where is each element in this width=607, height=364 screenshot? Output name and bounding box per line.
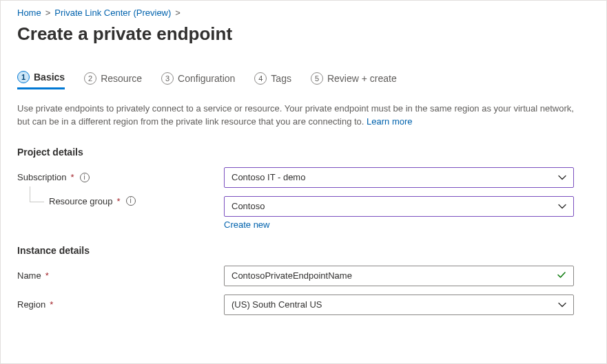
resource-group-select[interactable]: Contoso: [224, 196, 574, 217]
create-new-link[interactable]: Create new: [224, 220, 269, 230]
tab-label: Basics: [34, 72, 65, 83]
section-instance-details: Instance details: [17, 245, 590, 256]
label-region: Region *: [17, 299, 224, 310]
wizard-tabs: 1 Basics 2 Resource 3 Configuration 4 Ta…: [17, 71, 590, 90]
tab-label: Configuration: [178, 73, 235, 84]
chevron-down-icon: [558, 173, 566, 182]
breadcrumb: Home > Private Link Center (Preview) >: [17, 8, 590, 18]
name-input[interactable]: ContosoPrivateEndpointName: [224, 266, 574, 286]
select-value: Contoso: [232, 201, 265, 211]
page-title: Create a private endpoint: [17, 23, 590, 45]
select-value: Contoso IT - demo: [232, 172, 305, 182]
breadcrumb-private-link-center[interactable]: Private Link Center (Preview): [54, 8, 171, 18]
required-asterisk: *: [71, 172, 74, 182]
required-asterisk: *: [50, 299, 53, 310]
checkmark-icon: [557, 270, 566, 281]
breadcrumb-separator: >: [45, 8, 51, 18]
breadcrumb-separator: >: [175, 8, 181, 18]
learn-more-link[interactable]: Learn more: [367, 116, 412, 127]
tab-number: 1: [17, 71, 30, 83]
label-text: Subscription: [17, 172, 67, 182]
required-asterisk: *: [45, 270, 49, 281]
select-value: (US) South Central US: [232, 299, 322, 310]
info-icon[interactable]: i: [80, 173, 90, 182]
tab-label: Review + create: [327, 73, 397, 84]
section-project-details: Project details: [17, 147, 590, 158]
label-resource-group: Resource group * i: [17, 196, 224, 206]
tab-review-create[interactable]: 5 Review + create: [311, 71, 397, 89]
tab-number: 4: [254, 72, 267, 85]
region-select[interactable]: (US) South Central US: [224, 295, 574, 315]
tab-label: Tags: [271, 73, 291, 84]
label-subscription: Subscription * i: [17, 172, 224, 182]
breadcrumb-home[interactable]: Home: [17, 8, 41, 18]
chevron-down-icon: [558, 301, 566, 309]
tab-label: Resource: [101, 73, 142, 84]
label-text: Region: [17, 299, 45, 310]
tab-tags[interactable]: 4 Tags: [254, 71, 291, 89]
required-asterisk: *: [117, 196, 121, 206]
tab-number: 3: [161, 72, 174, 85]
tab-resource[interactable]: 2 Resource: [84, 71, 142, 89]
label-text: Resource group: [49, 196, 113, 206]
tab-configuration[interactable]: 3 Configuration: [161, 71, 235, 89]
label-text: Name: [17, 270, 41, 281]
subscription-select[interactable]: Contoso IT - demo: [224, 167, 574, 188]
tab-number: 5: [311, 72, 323, 85]
chevron-down-icon: [558, 202, 566, 211]
info-icon[interactable]: i: [126, 196, 136, 206]
tab-number: 2: [84, 72, 96, 85]
input-value: ContosoPrivateEndpointName: [232, 270, 352, 281]
description-text: Use private endpoints to privately conne…: [17, 103, 574, 127]
tab-description: Use private endpoints to privately conne…: [17, 103, 582, 129]
label-name: Name *: [17, 270, 224, 281]
tab-basics[interactable]: 1 Basics: [17, 71, 65, 89]
